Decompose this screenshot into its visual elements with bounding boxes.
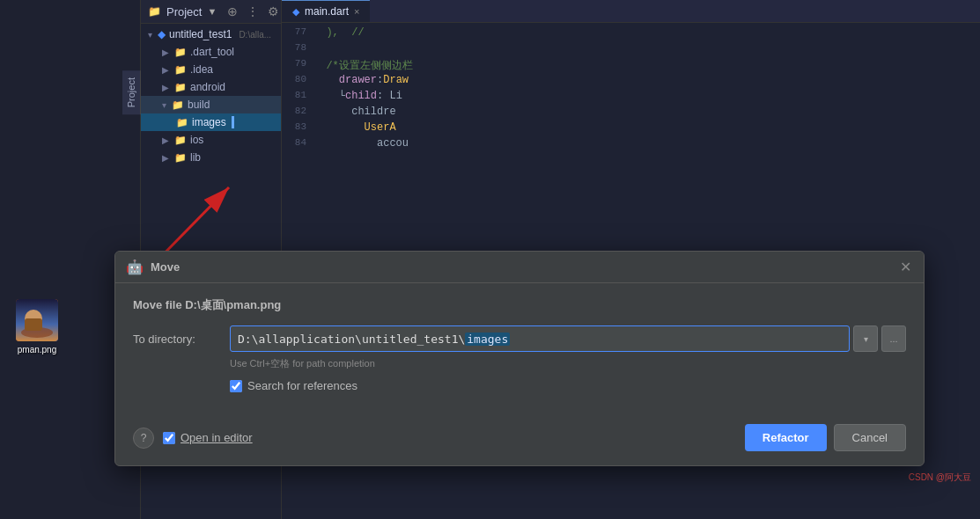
move-dialog: 🤖 Move ✕ Move file D:\桌面\pman.png To dir… — [114, 251, 925, 466]
desktop-icon-label: pman.png — [18, 345, 56, 355]
project-title: Project — [166, 5, 202, 18]
tree-item-label: .dart_tool — [190, 46, 234, 58]
path-input-container: D:\allapplication\untitled_test1\images … — [230, 325, 906, 352]
footer-left: ? Open in editor — [133, 428, 253, 449]
folder-icon: 📁 — [176, 117, 188, 128]
folder-icon: 📁 — [174, 152, 187, 164]
gear-icon[interactable]: ⚙ — [268, 4, 279, 18]
search-references-label[interactable]: Search for references — [247, 379, 357, 392]
csdn-watermark: CSDN @阿大豆 — [909, 471, 971, 484]
tree-item-lib[interactable]: ▶ 📁 lib — [141, 149, 281, 166]
chevron-down-icon: ▾ — [162, 100, 166, 110]
code-line-84: 84 accou — [282, 137, 980, 153]
code-lines: 77 ), // 78 79 /*设置左侧侧边栏 80 drawer:Draw … — [282, 23, 980, 157]
folder-icon: 📁 — [174, 135, 187, 146]
code-line-79: 79 /*设置左侧侧边栏 — [282, 58, 980, 74]
folder-icon: 📁 — [148, 5, 161, 18]
search-references-row: Search for references — [230, 379, 906, 392]
tree-item-root[interactable]: ▾ ◆ untitled_test1 D:\alla... — [141, 26, 281, 43]
tree-item-build[interactable]: ▾ 📁 build — [141, 96, 281, 113]
desktop-icon-image — [16, 299, 58, 341]
code-line-78: 78 — [282, 42, 980, 58]
path-hint: Use Ctrl+空格 for path completion — [230, 357, 906, 370]
folder-icon: 📁 — [174, 64, 187, 76]
tree-item-label: android — [190, 81, 225, 93]
pman-image-svg — [16, 299, 58, 341]
footer-right: Refactor Cancel — [745, 424, 906, 451]
collapse-icon[interactable]: ⋮ — [247, 4, 259, 18]
add-icon[interactable]: ⊕ — [227, 4, 238, 18]
dialog-titlebar: 🤖 Move ✕ — [115, 252, 924, 283]
code-line-82: 82 childre — [282, 106, 980, 121]
chevron-right-icon: ▶ — [162, 65, 169, 75]
tab-close-icon[interactable]: × — [354, 6, 359, 17]
project-header: 📁 Project ▼ ⊕ ⋮ ⚙ — — [141, 0, 281, 24]
sidebar-tab-label: Project — [126, 77, 136, 107]
cancel-button[interactable]: Cancel — [834, 424, 906, 451]
path-input-wrapper[interactable]: D:\allapplication\untitled_test1\images — [230, 325, 850, 352]
android-icon: 🤖 — [126, 259, 144, 275]
tree-item-label: build — [188, 99, 210, 111]
tree-item-label: untitled_test1 — [169, 28, 232, 40]
tree-item-label: ios — [190, 134, 203, 146]
tab-bar: ◆ main.dart × — [282, 0, 980, 23]
tree-item-label: images — [192, 116, 226, 128]
code-line-77: 77 ), // — [282, 26, 980, 42]
tree-item-label: lib — [190, 151, 201, 164]
refactor-button[interactable]: Refactor — [745, 424, 827, 451]
chevron-right-icon: ▶ — [162, 135, 169, 145]
dart-icon: ◆ — [158, 28, 166, 40]
tab-main-dart[interactable]: ◆ main.dart × — [282, 0, 370, 22]
open-in-editor-checkbox[interactable] — [163, 432, 175, 444]
path-text-highlight: images — [465, 333, 510, 346]
close-button[interactable]: ✕ — [898, 260, 913, 274]
tree-area: ▾ ◆ untitled_test1 D:\alla... ▶ 📁 .dart_… — [141, 24, 281, 168]
dart-file-icon: ◆ — [292, 6, 299, 18]
chevron-right-icon: ▶ — [162, 83, 169, 92]
chevron-down-icon: ▾ — [148, 30, 152, 40]
open-in-editor-label[interactable]: Open in editor — [181, 431, 253, 444]
dialog-title-left: 🤖 Move — [126, 259, 180, 275]
browse-button[interactable]: ... — [881, 325, 906, 352]
folder-icon: 📁 — [174, 47, 187, 58]
tree-item-ios[interactable]: ▶ 📁 ios — [141, 131, 281, 149]
tree-item-idea[interactable]: ▶ 📁 .idea — [141, 61, 281, 78]
to-directory-label: To directory: — [133, 333, 221, 346]
tab-label: main.dart — [305, 5, 349, 18]
desktop-icon-pman[interactable]: pman.png — [11, 299, 63, 355]
tree-item-images[interactable]: 📁 images — [141, 113, 281, 131]
svg-rect-3 — [25, 318, 42, 331]
project-dropdown-arrow[interactable]: ▼ — [207, 6, 217, 17]
tree-item-path: D:\alla... — [239, 30, 271, 40]
tree-item-android[interactable]: ▶ 📁 android — [141, 78, 281, 96]
dialog-footer: ? Open in editor Refactor Cancel — [115, 424, 924, 465]
dialog-title: Move — [151, 260, 180, 274]
chevron-right-icon: ▶ — [162, 48, 169, 57]
cursor — [232, 116, 234, 128]
dropdown-arrow-icon: ▾ — [864, 334, 868, 344]
project-tab[interactable]: Project — [122, 70, 141, 114]
code-line-81: 81 └child: Li — [282, 90, 980, 106]
code-line-80: 80 drawer:Draw — [282, 74, 980, 90]
browse-icon: ... — [889, 333, 897, 344]
chevron-right-icon: ▶ — [162, 153, 169, 163]
tree-item-label: .idea — [190, 63, 213, 76]
code-line-83: 83 UserA — [282, 121, 980, 137]
file-label: Move file D:\桌面\pman.png — [133, 297, 906, 313]
folder-icon: 📁 — [172, 99, 184, 111]
dialog-body: Move file D:\桌面\pman.png To directory: D… — [115, 283, 924, 424]
android-folder-icon: 📁 — [174, 82, 187, 93]
tree-item-dart-tool[interactable]: ▶ 📁 .dart_tool — [141, 43, 281, 61]
path-text-base: D:\allapplication\untitled_test1\ — [238, 333, 465, 346]
help-button[interactable]: ? — [133, 428, 154, 449]
path-dropdown-button[interactable]: ▾ — [853, 325, 878, 352]
open-in-editor-row: Open in editor — [163, 431, 253, 444]
search-references-checkbox[interactable] — [230, 380, 242, 392]
to-directory-row: To directory: D:\allapplication\untitled… — [133, 325, 906, 352]
